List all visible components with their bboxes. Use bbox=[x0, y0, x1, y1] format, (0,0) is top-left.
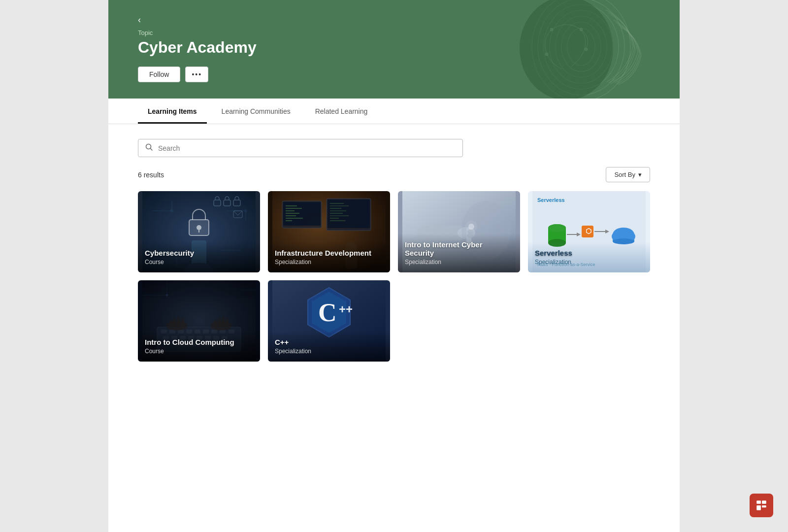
tab-learning-communities[interactable]: Learning Communities bbox=[212, 99, 300, 124]
card-serverless[interactable]: Serverless FaaS - Function-as-a-Service … bbox=[528, 191, 650, 272]
back-button[interactable]: ‹ bbox=[138, 15, 141, 25]
search-icon bbox=[145, 143, 153, 153]
cards-row-2: Intro to Cloud Computing Course bbox=[138, 280, 650, 362]
search-bar-wrapper bbox=[138, 139, 650, 157]
svg-rect-123 bbox=[756, 505, 761, 510]
svg-point-70 bbox=[548, 224, 566, 232]
svg-line-13 bbox=[151, 149, 153, 151]
card-cloud-computing[interactable]: Intro to Cloud Computing Course bbox=[138, 280, 260, 362]
svg-point-11 bbox=[545, 53, 548, 56]
page-wrapper: ‹ Topic Cyber Academy Follow ••• bbox=[108, 0, 680, 532]
svg-rect-122 bbox=[762, 500, 766, 504]
svg-text:⬡: ⬡ bbox=[586, 227, 591, 235]
card-cloud-title: Intro to Cloud Computing bbox=[145, 338, 253, 346]
svg-rect-105 bbox=[173, 318, 176, 327]
card-cpp[interactable]: C ++ C++ Specialization bbox=[268, 280, 390, 362]
svg-rect-108 bbox=[214, 320, 217, 327]
tabs-bar: Learning Items Learning Communities Rela… bbox=[108, 99, 680, 124]
card-serverless-title: Serverless bbox=[535, 249, 643, 257]
svg-rect-107 bbox=[181, 318, 184, 327]
floating-action-button[interactable] bbox=[750, 494, 773, 517]
svg-point-9 bbox=[580, 28, 583, 31]
card-cpp-title: C++ bbox=[275, 338, 383, 346]
follow-button[interactable]: Follow bbox=[138, 66, 180, 82]
svg-point-102 bbox=[166, 321, 188, 331]
sort-button[interactable]: Sort By ▾ bbox=[606, 167, 650, 182]
content-area: 6 results Sort By ▾ bbox=[108, 124, 680, 376]
header-decoration-svg bbox=[502, 0, 650, 99]
svg-point-29 bbox=[197, 225, 201, 230]
svg-point-10 bbox=[585, 48, 588, 51]
search-input[interactable] bbox=[158, 144, 456, 152]
card-infrastructure[interactable]: Infrastructure Development Specializatio… bbox=[268, 191, 390, 272]
results-count: 6 results bbox=[138, 171, 164, 179]
svg-rect-104 bbox=[169, 320, 172, 327]
svg-rect-111 bbox=[226, 318, 229, 327]
results-row: 6 results Sort By ▾ bbox=[138, 167, 650, 182]
svg-point-8 bbox=[550, 28, 553, 31]
card-cyber-intro-title: Intro to Internet Cyber Security bbox=[405, 240, 513, 257]
svg-text:++: ++ bbox=[339, 302, 353, 316]
svg-point-22 bbox=[170, 209, 173, 212]
svg-text:Serverless: Serverless bbox=[537, 197, 565, 203]
more-button[interactable]: ••• bbox=[185, 66, 208, 82]
cards-row-1: Cybersecurity Course bbox=[138, 191, 650, 272]
svg-point-23 bbox=[244, 209, 247, 212]
card-infrastructure-subtitle: Specialization bbox=[275, 259, 383, 266]
svg-rect-44 bbox=[328, 200, 370, 228]
svg-rect-106 bbox=[177, 317, 180, 327]
search-bar bbox=[138, 139, 463, 157]
svg-rect-121 bbox=[756, 500, 761, 504]
card-cpp-overlay: C++ Specialization bbox=[268, 331, 390, 362]
sort-label: Sort By bbox=[614, 171, 635, 178]
card-cybersecurity-overlay: Cybersecurity Course bbox=[138, 242, 260, 272]
svg-point-7 bbox=[520, 0, 613, 99]
card-cloud-overlay: Intro to Cloud Computing Course bbox=[138, 331, 260, 362]
svg-rect-35 bbox=[283, 202, 321, 226]
svg-rect-124 bbox=[762, 505, 766, 507]
card-cpp-subtitle: Specialization bbox=[275, 348, 383, 355]
card-cloud-subtitle: Course bbox=[145, 348, 253, 355]
card-cyber-intro-subtitle: Specialization bbox=[405, 259, 513, 266]
svg-text:C: C bbox=[318, 299, 337, 327]
card-cyber-security-intro[interactable]: Intro to Internet Cyber Security Special… bbox=[398, 191, 520, 272]
svg-point-115 bbox=[166, 294, 168, 296]
svg-rect-110 bbox=[222, 317, 225, 327]
card-serverless-subtitle: Specialization bbox=[535, 259, 643, 266]
card-infrastructure-overlay: Infrastructure Development Specializatio… bbox=[268, 242, 390, 272]
svg-rect-109 bbox=[218, 318, 221, 327]
card-cyber-intro-overlay: Intro to Internet Cyber Security Special… bbox=[398, 233, 520, 272]
card-serverless-overlay: Serverless Specialization bbox=[528, 242, 650, 272]
card-infrastructure-title: Infrastructure Development bbox=[275, 249, 383, 257]
svg-point-103 bbox=[210, 321, 232, 331]
card-cybersecurity[interactable]: Cybersecurity Course bbox=[138, 191, 260, 272]
sort-chevron-icon: ▾ bbox=[638, 171, 642, 178]
card-cybersecurity-subtitle: Course bbox=[145, 259, 253, 266]
card-cybersecurity-title: Cybersecurity bbox=[145, 249, 253, 257]
tab-learning-items[interactable]: Learning Items bbox=[138, 99, 207, 124]
tab-related-learning[interactable]: Related Learning bbox=[305, 99, 378, 124]
header-banner: ‹ Topic Cyber Academy Follow ••• bbox=[108, 0, 680, 99]
